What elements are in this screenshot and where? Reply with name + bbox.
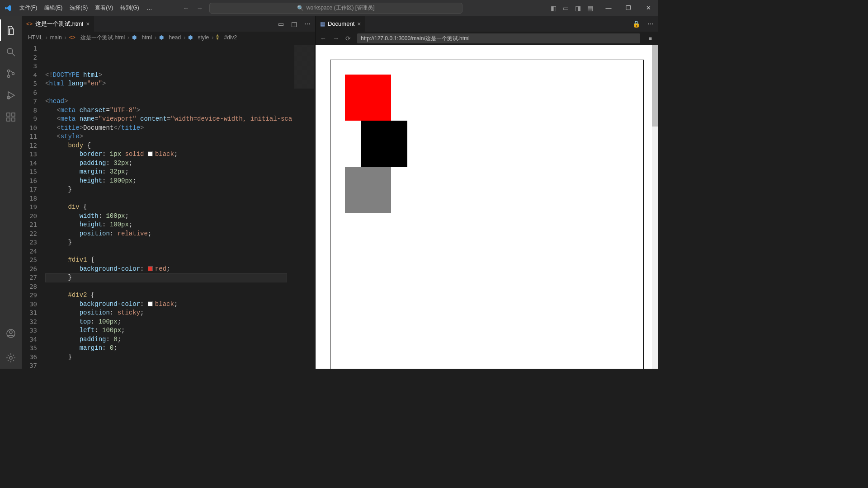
browser-back-icon[interactable]: ←	[320, 35, 326, 42]
customize-layout-icon[interactable]: ▤	[587, 5, 593, 12]
menu-bar: 文件(F) 编辑(E) 选择(S) 查看(V) 转到(G) …	[16, 0, 156, 16]
menu-file[interactable]: 文件(F)	[16, 0, 41, 16]
chevron-right-icon: ›	[184, 34, 185, 41]
svg-point-2	[8, 70, 10, 72]
svg-rect-6	[7, 113, 10, 116]
minimap[interactable]	[292, 43, 315, 369]
search-icon: 🔍	[297, 5, 304, 11]
editor-actions-left: ▭ ◫ ⋯	[274, 20, 315, 28]
minimap-viewport[interactable]	[294, 45, 314, 89]
tab-close-icon[interactable]: ×	[357, 20, 361, 28]
crumb-html[interactable]: ⬢ html	[132, 34, 152, 41]
tab-close-icon[interactable]: ×	[86, 20, 90, 28]
crumb-head[interactable]: ⬢ head	[159, 34, 181, 41]
more-actions-icon[interactable]: ⋯	[304, 20, 311, 28]
svg-point-4	[12, 73, 14, 75]
preview-div1	[345, 75, 391, 121]
preview-scrollbar[interactable]	[652, 45, 658, 369]
editor-left: <> 这是一个测试.html × ▭ ◫ ⋯ HTML › main › <> …	[22, 16, 316, 369]
editor-group: <> 这是一个测试.html × ▭ ◫ ⋯ HTML › main › <> …	[22, 16, 658, 369]
svg-rect-9	[12, 113, 15, 116]
vscode-logo	[0, 5, 16, 12]
toggle-panel-bottom-icon[interactable]: ▭	[563, 5, 569, 12]
activity-accounts-icon[interactable]	[0, 323, 22, 344]
workbench: <> 这是一个测试.html × ▭ ◫ ⋯ HTML › main › <> …	[0, 16, 658, 369]
layout-controls: ◧ ▭ ◨ ▤	[545, 5, 599, 12]
editor-actions-right: 🔒 ⋯	[628, 20, 658, 28]
browser-menu-icon[interactable]: ≡	[646, 34, 654, 43]
toggle-panel-right-icon[interactable]: ◨	[575, 5, 581, 12]
tab-file-label: 这是一个测试.html	[35, 20, 83, 28]
window-restore-icon[interactable]: ❐	[618, 0, 638, 16]
editor-body[interactable]: 1234567891011121314151617181920212223242…	[22, 43, 315, 369]
chevron-right-icon: ›	[127, 34, 129, 41]
preview-document-body	[330, 60, 644, 369]
activity-settings-icon[interactable]	[0, 347, 22, 369]
run-preview-icon[interactable]: ▭	[278, 20, 284, 28]
tab-preview[interactable]: ▦ Document ×	[316, 16, 366, 32]
nav-back-icon[interactable]: ←	[183, 5, 189, 12]
tab-bar-right: ▦ Document × 🔒 ⋯	[316, 16, 658, 32]
browser-reload-icon[interactable]: ⟳	[345, 35, 351, 42]
window-close-icon[interactable]: ✕	[638, 0, 658, 16]
preview-div3	[345, 167, 391, 213]
chevron-right-icon: ›	[65, 34, 66, 41]
nav-forward-icon[interactable]: →	[197, 5, 203, 12]
menu-select[interactable]: 选择(S)	[66, 0, 91, 16]
activity-scm-icon[interactable]	[0, 63, 22, 84]
html-file-icon: <>	[26, 21, 33, 27]
activity-explorer-icon[interactable]	[0, 19, 22, 41]
crumb-folder-main[interactable]: main	[50, 34, 62, 41]
browser-forward-icon[interactable]: →	[333, 35, 339, 42]
menu-goto[interactable]: 转到(G)	[117, 0, 142, 16]
menu-more[interactable]: …	[143, 0, 156, 16]
browser-viewport[interactable]	[316, 45, 658, 369]
breadcrumb: HTML › main › <> 这是一个测试.html › ⬢ html › …	[22, 32, 315, 43]
preview-icon: ▦	[320, 21, 325, 27]
title-bar: 文件(F) 编辑(E) 选择(S) 查看(V) 转到(G) … ← → 🔍 wo…	[0, 0, 658, 16]
chevron-right-icon: ›	[212, 34, 213, 41]
activity-debug-icon[interactable]	[0, 84, 22, 106]
command-center[interactable]: 🔍 workspace (工作区) [管理员]	[209, 3, 462, 14]
window-minimize-icon[interactable]: —	[599, 0, 618, 16]
toggle-panel-left-icon[interactable]: ◧	[551, 5, 557, 12]
svg-rect-7	[7, 118, 10, 121]
crumb-div2[interactable]: ⁑ #div2	[216, 34, 237, 41]
history-nav: ← →	[183, 5, 203, 12]
svg-rect-8	[12, 118, 15, 121]
chevron-right-icon: ›	[46, 34, 47, 41]
browser-toolbar: ← → ⟳ ≡	[316, 32, 658, 45]
activity-extensions-icon[interactable]	[0, 106, 22, 128]
split-editor-icon[interactable]: ◫	[291, 20, 297, 28]
preview-div2	[361, 121, 407, 167]
crumb-folder-root[interactable]: HTML	[28, 34, 43, 41]
line-numbers: 1234567891011121314151617181920212223242…	[22, 43, 45, 369]
tab-file[interactable]: <> 这是一个测试.html ×	[22, 16, 94, 32]
svg-point-12	[9, 357, 12, 359]
code-area[interactable]: <!DOCTYPE html><html lang="en"> <head> <…	[45, 43, 292, 369]
titlebar-right: ◧ ▭ ◨ ▤ — ❐ ✕	[545, 0, 658, 16]
tab-bar-left: <> 这是一个测试.html × ▭ ◫ ⋯	[22, 16, 315, 32]
preview-scrollbar-thumb[interactable]	[652, 45, 658, 127]
svg-point-3	[8, 75, 10, 78]
lock-icon[interactable]: 🔒	[632, 20, 640, 28]
editor-right: ▦ Document × 🔒 ⋯ ← → ⟳ ≡	[316, 16, 658, 369]
more-actions-icon[interactable]: ⋯	[647, 20, 654, 28]
activity-bar	[0, 16, 22, 369]
chevron-right-icon: ›	[155, 34, 156, 41]
menu-view[interactable]: 查看(V)	[91, 0, 117, 16]
command-center-text: workspace (工作区) [管理员]	[307, 4, 375, 12]
svg-point-0	[7, 48, 13, 54]
crumb-style[interactable]: ⬢ style	[188, 34, 209, 41]
menu-edit[interactable]: 编辑(E)	[41, 0, 66, 16]
crumb-file[interactable]: <> 这是一个测试.html	[69, 34, 125, 42]
browser-url-input[interactable]	[357, 33, 640, 43]
tab-preview-label: Document	[328, 20, 354, 27]
activity-search-icon[interactable]	[0, 41, 22, 63]
svg-line-1	[12, 53, 15, 56]
svg-point-11	[9, 331, 12, 333]
